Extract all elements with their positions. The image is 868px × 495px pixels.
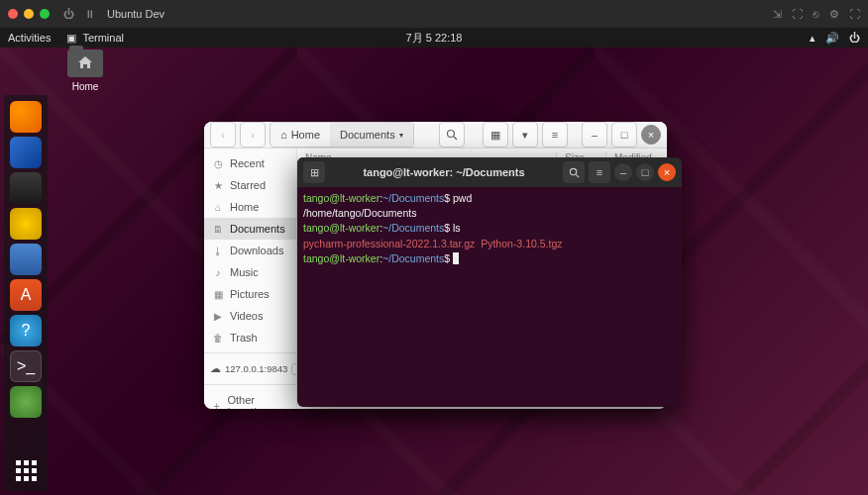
volume-icon[interactable]: 🔊: [825, 32, 839, 45]
desktop[interactable]: A ? >_ Home ‹ › ⌂ Home Documents ▾: [0, 48, 868, 495]
search-icon: [569, 167, 580, 178]
folder-icon: [67, 50, 103, 77]
maximize-button[interactable]: □: [611, 122, 637, 148]
trash-icon: 🗑: [212, 333, 224, 344]
display-icon[interactable]: ⇲: [773, 8, 782, 21]
drive-icon: ☁: [210, 362, 221, 375]
terminal-close-button[interactable]: ×: [658, 163, 676, 181]
terminal-body[interactable]: tango@lt-worker:~/Documents$ pwd /home/t…: [297, 187, 682, 407]
terminal-menu-button[interactable]: ≡: [589, 161, 610, 183]
fullscreen-icon[interactable]: [40, 9, 50, 19]
new-tab-button[interactable]: ⊞: [303, 161, 325, 183]
minimize-icon[interactable]: [24, 9, 34, 19]
clock-icon: ◷: [212, 158, 224, 169]
home-icon: ⌂: [280, 129, 287, 141]
terminal-search-button[interactable]: [563, 161, 585, 183]
terminal-minimize-button[interactable]: –: [614, 163, 632, 181]
sidebar-network-location[interactable]: ☁ 127.0.0.1:9843 ▲: [204, 357, 296, 380]
hamburger-button[interactable]: ≡: [542, 122, 568, 148]
dock-firefox[interactable]: [10, 101, 42, 133]
settings-icon[interactable]: ⚙: [829, 8, 839, 21]
dock-thunderbird[interactable]: [10, 137, 42, 168]
files-headerbar: ‹ › ⌂ Home Documents ▾ ▦ ▾ ≡ –: [204, 122, 667, 148]
vm-titlebar: ⏻ ⏸ Ubuntu Dev ⇲ ⛶ ⎋ ⚙ ⛶: [0, 0, 868, 28]
show-applications-button[interactable]: [16, 460, 37, 481]
files-sidebar: ◷Recent ★Starred ⌂Home 🗎Documents ⭳Downl…: [204, 148, 297, 409]
sidebar-starred[interactable]: ★Starred: [204, 174, 296, 196]
dock-software[interactable]: A: [10, 279, 42, 311]
back-button[interactable]: ‹: [210, 122, 236, 148]
dock: A ? >_: [4, 95, 48, 491]
desktop-icon-label: Home: [59, 81, 111, 92]
minimize-button[interactable]: –: [582, 122, 607, 148]
network-icon[interactable]: ▴: [810, 32, 815, 45]
terminal-title: tango@lt-worker: ~/Documents: [329, 166, 559, 178]
terminal-line: tango@lt-worker:~/Documents$ ls: [303, 221, 676, 236]
usb-icon[interactable]: ⎋: [813, 8, 819, 21]
star-icon: ★: [212, 180, 224, 191]
path-home[interactable]: ⌂ Home: [271, 123, 330, 147]
home-icon: ⌂: [212, 202, 224, 213]
sidebar-home[interactable]: ⌂Home: [204, 196, 296, 218]
terminal-line: pycharm-professional-2022.1.3.tar.gz Pyt…: [303, 237, 676, 251]
view-options-button[interactable]: ▾: [512, 122, 538, 148]
path-documents[interactable]: Documents ▾: [330, 123, 413, 147]
document-icon: 🗎: [212, 224, 224, 235]
dock-rhythmbox[interactable]: [10, 208, 42, 240]
search-icon: [446, 129, 458, 141]
clock[interactable]: 7月 5 22:18: [406, 31, 463, 46]
forward-button[interactable]: ›: [240, 122, 266, 148]
vm-title: Ubuntu Dev: [107, 8, 164, 20]
close-icon[interactable]: [8, 9, 18, 19]
search-button[interactable]: [439, 122, 465, 148]
picture-icon: ▦: [212, 289, 224, 300]
sidebar-pictures[interactable]: ▦Pictures: [204, 283, 296, 305]
music-icon: ♪: [212, 267, 224, 278]
power-menu-icon[interactable]: ⏻: [849, 32, 860, 44]
svg-point-2: [570, 168, 576, 174]
gnome-topbar: Activities ▣ Terminal 7月 5 22:18 ▴ 🔊 ⏻: [0, 28, 868, 48]
terminal-window: ⊞ tango@lt-worker: ~/Documents ≡ – □ × t…: [297, 157, 682, 407]
sidebar-recent[interactable]: ◷Recent: [204, 152, 296, 174]
grid-view-button[interactable]: ▦: [483, 122, 508, 148]
svg-line-1: [454, 137, 457, 140]
terminal-headerbar: ⊞ tango@lt-worker: ~/Documents ≡ – □ ×: [297, 157, 682, 187]
desktop-home-icon[interactable]: Home: [59, 50, 111, 92]
activities-button[interactable]: Activities: [8, 32, 51, 44]
system-tray[interactable]: ▴ 🔊 ⏻: [810, 32, 860, 45]
terminal-maximize-button[interactable]: □: [636, 163, 654, 181]
path-bar: ⌂ Home Documents ▾: [270, 122, 414, 148]
sidebar-downloads[interactable]: ⭳Downloads: [204, 240, 296, 261]
sidebar-videos[interactable]: ▶Videos: [204, 305, 296, 327]
app-menu-label: Terminal: [82, 32, 124, 44]
dock-help[interactable]: ?: [10, 315, 42, 346]
cursor: [453, 252, 459, 264]
terminal-icon: ▣: [66, 32, 76, 45]
chevron-down-icon: ▾: [399, 131, 403, 140]
dock-files[interactable]: [10, 172, 42, 204]
terminal-line: /home/tango/Documents: [303, 206, 676, 221]
dock-trash[interactable]: [10, 386, 42, 418]
expand-icon[interactable]: ⛶: [849, 8, 860, 21]
terminal-line: tango@lt-worker:~/Documents$: [303, 251, 676, 266]
app-menu[interactable]: ▣ Terminal: [66, 32, 124, 45]
plus-icon: +: [212, 401, 222, 410]
sidebar-documents[interactable]: 🗎Documents: [204, 218, 296, 240]
terminal-line: tango@lt-worker:~/Documents$ pwd: [303, 191, 676, 206]
close-button[interactable]: ×: [641, 125, 661, 145]
dock-terminal[interactable]: >_: [10, 350, 42, 382]
video-icon: ▶: [212, 311, 224, 322]
svg-line-3: [576, 174, 579, 177]
power-icon[interactable]: ⏻: [63, 8, 74, 20]
titlebar-right: ⇲ ⛶ ⎋ ⚙ ⛶: [773, 8, 860, 21]
traffic-lights[interactable]: [8, 9, 50, 19]
sidebar-music[interactable]: ♪Music: [204, 261, 296, 283]
camera-icon[interactable]: ⛶: [792, 8, 803, 21]
titlebar-sys-icons: ⏻ ⏸: [63, 8, 95, 20]
dock-libreoffice[interactable]: [10, 244, 42, 275]
sidebar-other-locations[interactable]: +Other Locations: [204, 389, 296, 409]
pause-icon[interactable]: ⏸: [84, 8, 95, 20]
svg-point-0: [448, 131, 455, 138]
sidebar-trash[interactable]: 🗑Trash: [204, 327, 296, 348]
download-icon: ⭳: [212, 246, 224, 256]
